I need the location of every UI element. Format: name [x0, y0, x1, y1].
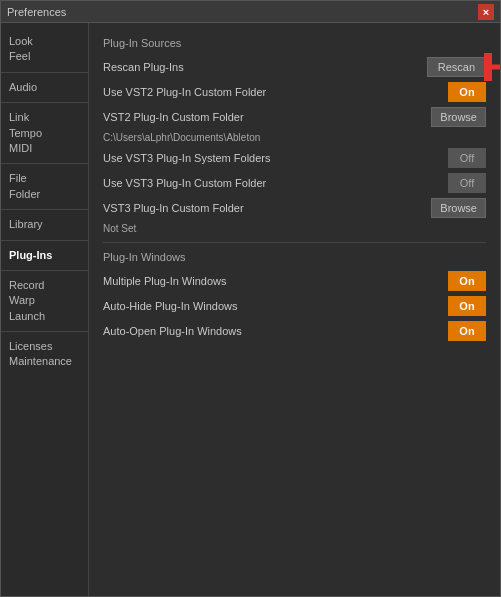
autohide-row: Auto-Hide Plug-In Windows On — [103, 296, 486, 316]
main-content: LookFeel Audio LinkTempoMIDI FileFolder … — [1, 23, 500, 596]
vst3-custom-label: Use VST3 Plug-In Custom Folder — [103, 177, 448, 189]
autoopen-label: Auto-Open Plug-In Windows — [103, 325, 448, 337]
multiple-label: Multiple Plug-In Windows — [103, 275, 448, 287]
sidebar-divider — [1, 72, 88, 73]
sidebar: LookFeel Audio LinkTempoMIDI FileFolder … — [1, 23, 89, 596]
close-button[interactable]: × — [478, 4, 494, 20]
content-area: Plug-In Sources Rescan Plug-Ins Rescan — [89, 23, 500, 596]
vst2-custom-folder-row: Use VST2 Plug-In Custom Folder On — [103, 82, 486, 102]
sidebar-item-licenses[interactable]: LicensesMaintenance — [1, 334, 88, 375]
multiple-windows-row: Multiple Plug-In Windows On — [103, 271, 486, 291]
sidebar-divider — [1, 240, 88, 241]
autoopen-row: Auto-Open Plug-In Windows On — [103, 321, 486, 341]
sidebar-divider — [1, 102, 88, 103]
vst2-folder-setting-label: VST2 Plug-In Custom Folder — [103, 111, 431, 123]
plugin-sources-header: Plug-In Sources — [103, 37, 486, 49]
autohide-toggle[interactable]: On — [448, 296, 486, 316]
rescan-label: Rescan Plug-Ins — [103, 61, 427, 73]
vst3-system-row: Use VST3 Plug-In System Folders Off — [103, 148, 486, 168]
vst3-browse-button[interactable]: Browse — [431, 198, 486, 218]
sidebar-item-audio[interactable]: Audio — [1, 75, 88, 100]
preferences-window: Preferences × LookFeel Audio LinkTempoMI… — [0, 0, 501, 597]
sidebar-item-plugins[interactable]: Plug-Ins — [1, 243, 88, 268]
vst2-path-text: C:\Users\aLphr\Documents\Ableton — [103, 132, 260, 143]
sidebar-item-file[interactable]: FileFolder — [1, 166, 88, 207]
sidebar-item-library[interactable]: Library — [1, 212, 88, 237]
rescan-row: Rescan Plug-Ins Rescan — [103, 57, 486, 77]
vst2-path-row: VST2 Plug-In Custom Folder Browse — [103, 107, 486, 127]
sidebar-item-record[interactable]: RecordWarpLaunch — [1, 273, 88, 329]
sidebar-divider — [1, 270, 88, 271]
arrow-indicator — [484, 53, 500, 81]
vst2-path-display: C:\Users\aLphr\Documents\Ableton — [103, 132, 486, 143]
sidebar-divider — [1, 331, 88, 332]
sidebar-divider — [1, 163, 88, 164]
vst2-custom-folder-label: Use VST2 Plug-In Custom Folder — [103, 86, 448, 98]
vst3-path-display: Not Set — [103, 223, 486, 234]
vst3-custom-toggle[interactable]: Off — [448, 173, 486, 193]
vst2-browse-button[interactable]: Browse — [431, 107, 486, 127]
vst3-path-row: VST3 Plug-In Custom Folder Browse — [103, 198, 486, 218]
section-separator — [103, 242, 486, 243]
autoopen-toggle[interactable]: On — [448, 321, 486, 341]
sidebar-divider — [1, 209, 88, 210]
vst3-folder-setting-label: VST3 Plug-In Custom Folder — [103, 202, 431, 214]
autohide-label: Auto-Hide Plug-In Windows — [103, 300, 448, 312]
title-bar: Preferences × — [1, 1, 500, 23]
vst3-system-label: Use VST3 Plug-In System Folders — [103, 152, 448, 164]
window-title: Preferences — [7, 6, 66, 18]
sidebar-item-look[interactable]: LookFeel — [1, 29, 88, 70]
vst3-system-toggle[interactable]: Off — [448, 148, 486, 168]
multiple-toggle[interactable]: On — [448, 271, 486, 291]
rescan-button[interactable]: Rescan — [427, 57, 486, 77]
vst2-custom-folder-toggle[interactable]: On — [448, 82, 486, 102]
vst3-path-text: Not Set — [103, 223, 136, 234]
sidebar-item-link[interactable]: LinkTempoMIDI — [1, 105, 88, 161]
vst3-custom-row: Use VST3 Plug-In Custom Folder Off — [103, 173, 486, 193]
plugin-windows-header: Plug-In Windows — [103, 251, 486, 263]
